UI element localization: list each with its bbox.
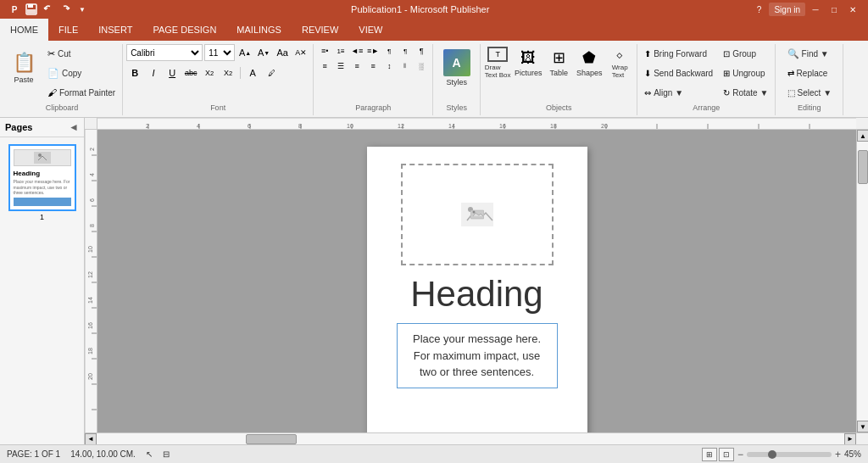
italic-button[interactable]: I bbox=[145, 64, 162, 81]
clear-formatting-button[interactable]: A✕ bbox=[292, 44, 309, 61]
underline-button[interactable]: U bbox=[164, 64, 181, 81]
draw-text-box-icon: T bbox=[487, 47, 508, 62]
font-color-icon: A bbox=[249, 68, 255, 78]
zoom-plus-button[interactable]: + bbox=[835, 449, 841, 460]
send-backward-icon: ⬇ bbox=[644, 69, 651, 78]
ungroup-button[interactable]: ⊞ Ungroup bbox=[720, 64, 771, 82]
show-paragraph-button[interactable]: ¶ bbox=[414, 44, 429, 58]
pictures-button[interactable]: 🖼 Pictures bbox=[515, 44, 542, 81]
svg-text:10: 10 bbox=[87, 246, 93, 253]
thumb-image-placeholder bbox=[14, 149, 71, 166]
align-button[interactable]: ⇔ Align ▼ bbox=[641, 83, 716, 102]
font-color-button[interactable]: A bbox=[244, 64, 261, 81]
scroll-right-button[interactable]: ► bbox=[844, 433, 856, 445]
bold-button[interactable]: B bbox=[126, 64, 143, 81]
bring-forward-icon: ⬆ bbox=[644, 49, 651, 59]
title-bar-left: P ▼ bbox=[7, 2, 90, 17]
columns-button[interactable]: ⫴ bbox=[398, 59, 413, 73]
scroll-up-button[interactable]: ▲ bbox=[857, 130, 868, 142]
vertical-ruler: 2 4 6 8 10 12 14 16 18 20 bbox=[85, 130, 97, 432]
wrap-text-button[interactable]: ⬦ WrapText bbox=[606, 44, 633, 81]
zoom-slider[interactable] bbox=[747, 452, 832, 457]
sign-in-button[interactable]: Sign in bbox=[769, 3, 805, 16]
canvas-area[interactable]: Heading Place your message here. For max… bbox=[97, 130, 856, 432]
zoom-minus-button[interactable]: − bbox=[737, 449, 743, 460]
scrollbar-h-thumb[interactable] bbox=[246, 434, 297, 444]
strikethrough-button[interactable]: abc bbox=[182, 64, 199, 81]
svg-text:P: P bbox=[12, 5, 18, 14]
select-button[interactable]: ⬚ Select ▼ bbox=[784, 83, 835, 102]
font-name-select[interactable]: Calibri bbox=[126, 44, 203, 61]
thumb-heading: Heading bbox=[14, 170, 71, 177]
redo-quick-btn[interactable] bbox=[58, 2, 73, 17]
rotate-button[interactable]: ↻ Rotate ▼ bbox=[720, 83, 771, 102]
highlight-button[interactable]: 🖊 bbox=[263, 64, 280, 81]
shrink-font-button[interactable]: A▼ bbox=[255, 44, 272, 61]
tab-home[interactable]: HOME bbox=[0, 19, 48, 41]
bullets-button[interactable]: ≡• bbox=[317, 44, 332, 58]
maximize-button[interactable]: □ bbox=[826, 3, 843, 16]
publication-body-text[interactable]: Place your message here. For maximum imp… bbox=[397, 323, 558, 388]
publication-heading[interactable]: Heading bbox=[410, 274, 542, 315]
vertical-scrollbar: ▲ ▼ bbox=[856, 130, 868, 432]
copy-icon: 📄 bbox=[47, 68, 59, 79]
svg-point-6 bbox=[38, 153, 42, 157]
close-button[interactable]: ✕ bbox=[844, 3, 861, 16]
tab-view[interactable]: VIEW bbox=[348, 19, 392, 41]
grow-font-button[interactable]: A▲ bbox=[236, 44, 253, 61]
customize-quick-btn[interactable]: ▼ bbox=[75, 2, 90, 17]
draw-text-box-button[interactable]: T DrawText Box bbox=[484, 44, 511, 81]
rtl-button[interactable]: ¶ bbox=[381, 44, 397, 58]
svg-rect-3 bbox=[28, 4, 33, 8]
tab-mailings[interactable]: MAILINGS bbox=[226, 19, 292, 41]
paste-button[interactable]: 📋 Paste bbox=[5, 44, 42, 92]
group-button[interactable]: ⊡ Group bbox=[720, 44, 771, 63]
scroll-down-button[interactable]: ▼ bbox=[857, 421, 868, 432]
group-icon: ⊡ bbox=[723, 49, 730, 59]
align-left-button[interactable]: ≡ bbox=[317, 59, 332, 73]
justify-button[interactable]: ≡ bbox=[365, 59, 381, 73]
bring-forward-button[interactable]: ⬆ Bring Forward bbox=[641, 44, 716, 63]
cut-button[interactable]: ✂ Cut bbox=[44, 44, 119, 63]
subscript-button[interactable]: X2 bbox=[201, 64, 218, 81]
table-button[interactable]: ⊞ Table bbox=[545, 44, 572, 81]
align-center-button[interactable]: ☰ bbox=[333, 59, 348, 73]
send-backward-button[interactable]: ⬇ Send Backward bbox=[641, 64, 716, 82]
view-reading-button[interactable]: ⊡ bbox=[719, 448, 734, 461]
numbering-button[interactable]: 1≡ bbox=[333, 44, 348, 58]
find-button[interactable]: 🔍 Find ▼ bbox=[784, 44, 835, 63]
format-painter-button[interactable]: 🖌 Format Painter bbox=[44, 83, 119, 102]
page-thumbnail-1[interactable]: Heading Place your message here. For max… bbox=[8, 144, 76, 211]
zoom-slider-thumb[interactable] bbox=[768, 450, 776, 459]
shapes-button[interactable]: ⬟ Shapes bbox=[576, 44, 603, 81]
increase-indent-button[interactable]: ≡► bbox=[365, 44, 381, 58]
tab-insert[interactable]: INSERT bbox=[88, 19, 142, 41]
ribbon-tabs: HOME FILE INSERT PAGE DESIGN MAILINGS RE… bbox=[0, 19, 868, 41]
paste-icon: 📋 bbox=[13, 52, 36, 74]
copy-button[interactable]: 📄 Copy bbox=[44, 64, 119, 82]
decrease-indent-button[interactable]: ◄≡ bbox=[349, 44, 364, 58]
view-normal-button[interactable]: ⊞ bbox=[702, 448, 717, 461]
line-spacing-button[interactable]: ↕ bbox=[381, 59, 397, 73]
tab-review[interactable]: REVIEW bbox=[292, 19, 348, 41]
font-size-select[interactable]: 11 bbox=[204, 44, 235, 61]
change-case-button[interactable]: Aa bbox=[274, 44, 291, 61]
scroll-left-button[interactable]: ◄ bbox=[85, 433, 97, 445]
scrollbar-v-thumb[interactable] bbox=[858, 150, 868, 184]
minimize-button[interactable]: ─ bbox=[807, 3, 824, 16]
image-placeholder[interactable] bbox=[401, 164, 554, 265]
scrollbar-v-track[interactable] bbox=[857, 142, 868, 421]
replace-button[interactable]: ⇄ Replace bbox=[784, 64, 835, 82]
tab-page-design[interactable]: PAGE DESIGN bbox=[142, 19, 226, 41]
scrollbar-h-track[interactable] bbox=[97, 433, 844, 445]
svg-text:2: 2 bbox=[89, 148, 95, 151]
align-right-button[interactable]: ≡ bbox=[349, 59, 364, 73]
help-button[interactable]: ? bbox=[750, 3, 767, 16]
save-quick-btn[interactable] bbox=[24, 2, 39, 17]
undo-quick-btn[interactable] bbox=[41, 2, 56, 17]
ltr-button[interactable]: ¶ bbox=[398, 44, 413, 58]
styles-button[interactable]: A Styles bbox=[438, 44, 476, 92]
superscript-button[interactable]: X2 bbox=[220, 64, 236, 81]
tab-file[interactable]: FILE bbox=[48, 19, 88, 41]
shading-button[interactable]: ░ bbox=[414, 59, 429, 73]
